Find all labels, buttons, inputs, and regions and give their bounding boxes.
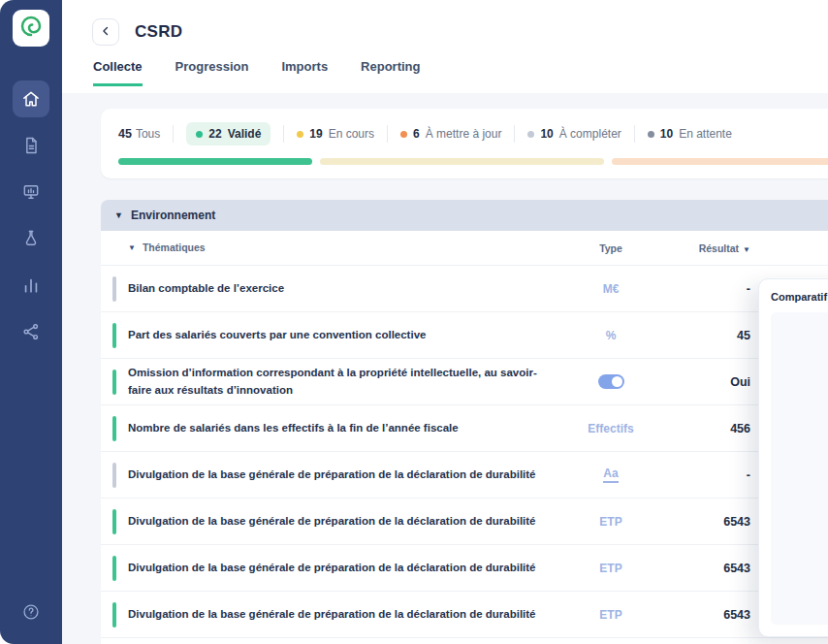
row-status-bar (112, 416, 116, 441)
bar-chart-icon (21, 275, 41, 295)
status-dot (297, 131, 303, 138)
row-label: Divulgation de la base générale de prépa… (128, 606, 553, 623)
sidebar-item-documents[interactable] (13, 127, 49, 164)
toggle-knob (612, 376, 622, 387)
status-count: 45 (118, 127, 132, 141)
status-label: Tous (136, 127, 160, 141)
row-label: Nombre de salariés dans les effectifs à … (128, 420, 553, 436)
row-status-bar (112, 463, 116, 488)
row-status-bar (112, 509, 116, 534)
row-type: ETP (553, 608, 669, 622)
app-window: CSRD Collecte Progression Imports Report… (0, 0, 828, 644)
status-label: À mettre à jour (426, 127, 502, 141)
status-filter-valide[interactable]: 22Validé (186, 122, 271, 145)
status-card: 45Tous 22Validé19En cours6À mettre à jou… (101, 109, 828, 178)
status-filter-a-mettre-a-jour[interactable]: 6À mettre à jour (400, 127, 501, 141)
status-label: À compléter (559, 127, 621, 141)
row-result: 6543 (669, 515, 750, 529)
row-label: Divulgation de la base générale de prépa… (128, 560, 553, 576)
app-logo (13, 10, 49, 47)
content-area: 45Tous 22Validé19En cours6À mettre à jou… (62, 93, 828, 644)
back-button[interactable] (92, 18, 119, 46)
row-status-bar (112, 370, 116, 395)
presentation-icon (21, 182, 41, 202)
column-thematiques[interactable]: ▼ Thématiques (128, 241, 553, 256)
chevron-down-icon: ▼ (114, 210, 123, 220)
row-type: ETP (553, 562, 669, 575)
row-status-bar (112, 323, 116, 348)
home-icon (21, 89, 41, 109)
sidebar-item-analytics[interactable] (13, 267, 49, 304)
help-button[interactable] (13, 594, 49, 630)
divider (387, 125, 388, 143)
divider (634, 125, 635, 143)
status-label: Validé (228, 127, 262, 141)
table-row[interactable]: Omission d’information correspondant à l… (101, 359, 828, 405)
status-filter-tous[interactable]: 45Tous (118, 127, 160, 141)
table-body: Bilan comptable de l’exercice M€ - Part … (101, 266, 828, 644)
toggle-icon[interactable] (598, 374, 624, 389)
row-type: % (553, 329, 669, 342)
table-row[interactable]: Divulgation de la base générale de prépa… (101, 545, 828, 592)
divider (514, 125, 515, 143)
row-label: Bilan comptable de l’exercice (128, 280, 553, 297)
table-row[interactable]: Divulgation de la base générale de prépa… (101, 592, 828, 638)
row-label: Divulgation de la base générale de prépa… (128, 513, 553, 530)
sort-caret-icon: ▼ (743, 245, 750, 254)
status-count: 22 (208, 127, 221, 141)
row-type: ETP (553, 515, 669, 529)
status-filter-a-completer[interactable]: 10À compléter (527, 127, 621, 141)
question-mark-icon (21, 602, 41, 622)
status-count: 10 (540, 127, 553, 141)
section-label: Environnement (131, 209, 215, 222)
sidebar-item-network[interactable] (13, 313, 49, 350)
row-label: Omission d’information correspondant à l… (128, 365, 553, 399)
table-row[interactable]: Bilan comptable de l’exercice M€ - (101, 266, 828, 312)
tab-imports[interactable]: Imports (281, 59, 328, 86)
row-result: 6543 (669, 608, 750, 622)
tab-collecte[interactable]: Collecte (93, 59, 143, 86)
comparatif-panel: Comparatif (758, 278, 828, 637)
row-status-bar (112, 602, 116, 628)
row-result: 45 (669, 329, 750, 342)
chevron-down-icon: ▼ (128, 242, 136, 254)
sidebar-item-lab[interactable] (13, 220, 49, 257)
table-row[interactable] (101, 638, 828, 644)
status-filter-en-cours[interactable]: 19En cours (297, 127, 374, 141)
row-type: M€ (553, 282, 669, 296)
spacer (112, 236, 116, 261)
tab-progression[interactable]: Progression (175, 59, 249, 86)
row-result: 456 (669, 422, 750, 435)
tab-reporting[interactable]: Reporting (361, 59, 420, 86)
row-label: Part des salariés couverts par une conve… (128, 327, 553, 343)
table-row[interactable]: Nombre de salariés dans les effectifs à … (101, 405, 828, 452)
row-type (553, 374, 669, 389)
progress-segment (612, 158, 828, 165)
row-type: Aa (553, 467, 669, 483)
progress-bar (118, 158, 811, 165)
sidebar (0, 0, 62, 644)
comparatif-body (771, 312, 828, 625)
status-label: En cours (329, 127, 374, 141)
status-count: 6 (413, 127, 420, 141)
row-label: Divulgation de la base générale de prépa… (128, 467, 553, 483)
column-resultat[interactable]: Résultat▼ (669, 242, 750, 254)
sidebar-item-home[interactable] (13, 80, 49, 117)
row-type: Effectifs (553, 422, 669, 435)
status-dot (196, 131, 203, 138)
status-count: 10 (660, 127, 673, 141)
section-environnement[interactable]: ▼ Environnement (101, 200, 828, 231)
table-row[interactable]: Divulgation de la base générale de prépa… (101, 499, 828, 545)
sidebar-item-presentation[interactable] (13, 174, 49, 210)
status-filter-en-attente[interactable]: 10En attente (648, 127, 732, 141)
column-type: Type (553, 242, 669, 254)
table-row[interactable]: Divulgation de la base générale de prépa… (101, 452, 828, 499)
chevron-left-icon (99, 24, 112, 41)
document-icon (21, 136, 41, 155)
column-resultat-label: Résultat (699, 242, 739, 254)
flask-icon (21, 229, 41, 248)
table-row[interactable]: Part des salariés couverts par une conve… (101, 312, 828, 359)
comparatif-title: Comparatif (771, 291, 828, 303)
page-title: CSRD (135, 22, 182, 42)
row-result: - (669, 282, 750, 296)
